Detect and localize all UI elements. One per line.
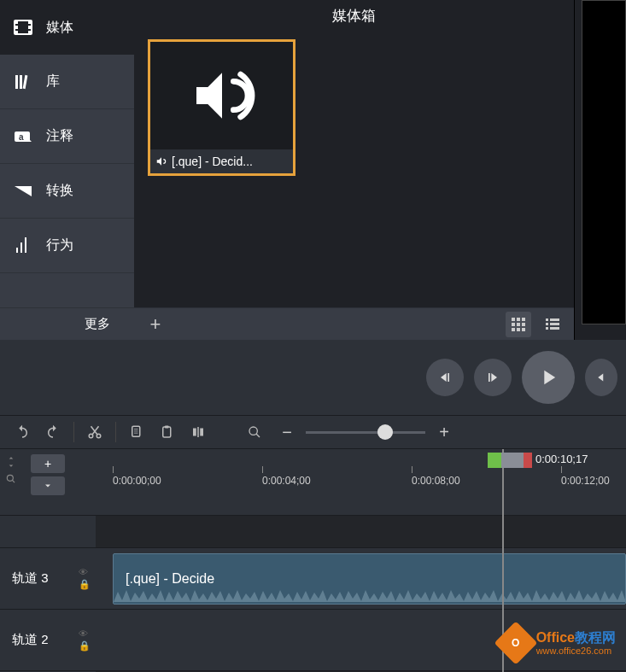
svg-rect-43 [197, 427, 199, 437]
track-label: 轨道 3 [12, 570, 49, 587]
redo-button[interactable] [39, 418, 67, 446]
svg-rect-3 [15, 31, 18, 34]
vertical-drag-icon [5, 456, 17, 468]
svg-rect-14 [20, 243, 22, 253]
speaker-icon [188, 61, 256, 130]
preview-panel [574, 0, 626, 340]
zoom-out-button[interactable]: − [278, 423, 295, 442]
clip-label: [.que] - Decide [126, 571, 214, 587]
behavior-icon [12, 235, 34, 257]
sidebar-item-label: 媒体 [46, 19, 73, 37]
svg-point-44 [249, 427, 257, 435]
timeline-toolbar: − + [0, 415, 626, 449]
ruler-tick: 0:00:12;00 [561, 475, 610, 487]
sidebar-item-transition[interactable]: 转换 [0, 164, 134, 219]
track-header-2[interactable]: 轨道 2 👁 🔒 [0, 610, 96, 671]
svg-rect-6 [28, 31, 32, 34]
sidebar-item-media[interactable]: 媒体 [0, 0, 134, 55]
sidebar: 媒体 库 a 注释 转换 行为 更多 [0, 0, 134, 340]
track-row-3[interactable]: [.que] - Decide [96, 548, 626, 610]
svg-rect-7 [15, 75, 18, 89]
svg-rect-1 [15, 20, 18, 24]
media-item-name: [.que] - Decid... [172, 155, 253, 168]
svg-rect-30 [550, 327, 559, 330]
svg-rect-9 [23, 74, 28, 88]
playhead-marker[interactable] [488, 453, 532, 470]
svg-rect-15 [25, 237, 26, 253]
svg-rect-5 [28, 26, 32, 29]
prev-frame-button[interactable] [426, 359, 464, 396]
track-header-3[interactable]: 轨道 3 👁 🔒 [0, 548, 96, 610]
sidebar-item-behavior[interactable]: 行为 [0, 219, 134, 273]
svg-rect-41 [193, 429, 196, 436]
library-icon [12, 71, 34, 93]
play-button[interactable] [522, 351, 575, 404]
track-spacer [96, 516, 626, 548]
svg-rect-8 [20, 75, 22, 89]
svg-rect-20 [517, 323, 520, 326]
watermark-title-a: Office [536, 630, 575, 645]
paste-button[interactable] [154, 418, 181, 446]
svg-rect-23 [517, 328, 520, 331]
zoom-slider[interactable] [306, 431, 425, 434]
svg-rect-39 [163, 427, 171, 437]
svg-rect-32 [489, 373, 490, 382]
svg-rect-2 [15, 26, 18, 29]
svg-rect-26 [550, 318, 559, 321]
svg-rect-17 [517, 318, 520, 321]
eye-icon[interactable]: 👁 [79, 628, 91, 639]
playback-controls [0, 340, 626, 415]
sidebar-item-label: 注释 [46, 127, 73, 145]
svg-rect-19 [512, 323, 515, 326]
zoom-in-button[interactable]: + [436, 423, 453, 442]
preview-canvas [582, 0, 626, 324]
sidebar-item-label: 转换 [46, 182, 73, 200]
more-label: 更多 [85, 316, 110, 332]
sidebar-more-button[interactable]: 更多 [0, 307, 134, 340]
svg-rect-37 [134, 431, 138, 432]
svg-rect-31 [448, 373, 449, 382]
grid-view-button[interactable] [506, 312, 531, 337]
bin-title: 媒体箱 [134, 0, 574, 31]
list-view-button[interactable] [540, 312, 565, 337]
media-thumbnail [150, 42, 293, 149]
svg-rect-16 [512, 318, 515, 321]
copy-button[interactable] [123, 418, 150, 446]
sidebar-item-label: 库 [46, 73, 60, 91]
svg-rect-25 [546, 318, 548, 321]
svg-rect-29 [546, 327, 548, 330]
zoom-search-icon[interactable] [241, 418, 268, 446]
svg-rect-28 [550, 323, 559, 325]
split-button[interactable] [184, 418, 212, 446]
svg-rect-38 [134, 433, 138, 434]
cut-button[interactable] [81, 418, 108, 446]
next-frame-button[interactable] [474, 359, 512, 396]
svg-rect-27 [546, 323, 548, 325]
sidebar-item-label: 行为 [46, 237, 73, 254]
waveform-icon [114, 588, 626, 602]
lock-icon[interactable]: 🔒 [79, 579, 91, 590]
track-add-button[interactable]: + [31, 454, 65, 473]
media-icon [12, 16, 34, 38]
track-collapse-button[interactable] [31, 476, 65, 495]
zoom-slider-thumb[interactable] [377, 424, 393, 440]
eye-icon[interactable]: 👁 [79, 567, 91, 577]
sidebar-item-annotation[interactable]: a 注释 [0, 109, 134, 164]
undo-button[interactable] [9, 418, 36, 446]
prev-edit-button[interactable] [585, 359, 617, 396]
svg-rect-42 [200, 429, 203, 436]
ruler-tick: 0:00:08;00 [412, 475, 460, 487]
track-label: 轨道 2 [12, 632, 49, 648]
watermark-title-b: 教程网 [575, 630, 616, 645]
svg-rect-36 [134, 429, 138, 429]
ruler-tick: 0:00:00;00 [113, 475, 161, 487]
lock-icon[interactable]: 🔒 [79, 640, 91, 652]
timeline-ruler[interactable]: 0:00:10;17 0:00:00;00 0:00:04;00 0:00:08… [96, 449, 626, 516]
svg-rect-22 [512, 328, 515, 331]
media-item[interactable]: [.que] - Decid... [148, 39, 295, 176]
sidebar-item-library[interactable]: 库 [0, 55, 134, 109]
add-media-button[interactable]: + [143, 312, 168, 337]
transition-icon [12, 180, 34, 202]
playhead-time: 0:00:10;17 [535, 453, 588, 465]
audio-clip[interactable]: [.que] - Decide [113, 553, 626, 605]
